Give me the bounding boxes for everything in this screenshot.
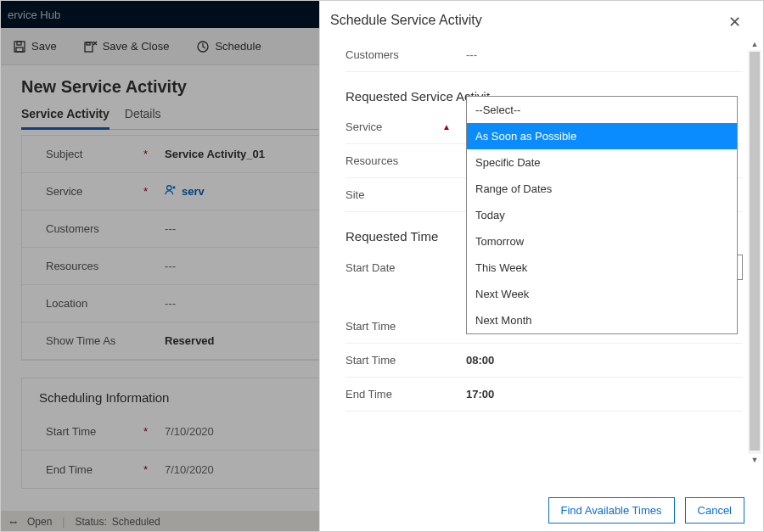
- schedule-panel: Schedule Service Activity ✕ Customers --…: [319, 1, 763, 532]
- find-available-times-button[interactable]: Find Available Times: [548, 497, 675, 524]
- panel-service-label: Service: [345, 120, 382, 133]
- panel-endtime-value: 17:00: [466, 388, 494, 400]
- panel-customers-value: ---: [466, 48, 477, 61]
- panel-field-customers[interactable]: Customers ---: [345, 38, 743, 72]
- required-icon: ▲: [442, 122, 451, 132]
- dropdown-option[interactable]: This Week: [467, 255, 737, 281]
- panel-title: Schedule Service Activity: [330, 13, 482, 28]
- dropdown-option[interactable]: Next Month: [467, 307, 737, 333]
- dropdown-option[interactable]: Tomorrow: [467, 228, 737, 255]
- dropdown-option[interactable]: Next Week: [467, 281, 737, 307]
- dropdown-option[interactable]: --Select--: [467, 97, 737, 123]
- cancel-button[interactable]: Cancel: [685, 497, 744, 524]
- dropdown-option[interactable]: Today: [467, 202, 737, 228]
- startdate-dropdown: --Select--As Soon as PossibleSpecific Da…: [466, 96, 738, 334]
- panel-starttime2-value: 08:00: [466, 354, 494, 367]
- dropdown-option[interactable]: Specific Date: [467, 149, 737, 176]
- panel-startdate-label: Start Date: [345, 261, 396, 274]
- panel-scrollbar[interactable]: ▲ ▼: [748, 50, 761, 454]
- close-button[interactable]: ✕: [723, 13, 746, 31]
- scroll-down-arrow[interactable]: ▼: [748, 454, 761, 466]
- panel-field-starttime[interactable]: Start Time 08:00: [345, 344, 743, 378]
- panel-customers-label: Customers: [345, 48, 399, 61]
- panel-site-label: Site: [345, 188, 364, 201]
- panel-endtime-label: End Time: [345, 388, 392, 400]
- dropdown-option[interactable]: Range of Dates: [467, 176, 737, 202]
- scroll-up-arrow[interactable]: ▲: [748, 38, 761, 50]
- panel-starttime1-label: Start Time: [345, 320, 396, 333]
- panel-resources-label: Resources: [345, 154, 398, 167]
- panel-footer: Find Available Times Cancel: [320, 487, 763, 532]
- dropdown-option[interactable]: As Soon as Possible: [467, 123, 737, 149]
- panel-field-endtime[interactable]: End Time 17:00: [345, 378, 743, 412]
- scrollbar-thumb[interactable]: [750, 52, 760, 451]
- panel-starttime2-label: Start Time: [345, 354, 396, 367]
